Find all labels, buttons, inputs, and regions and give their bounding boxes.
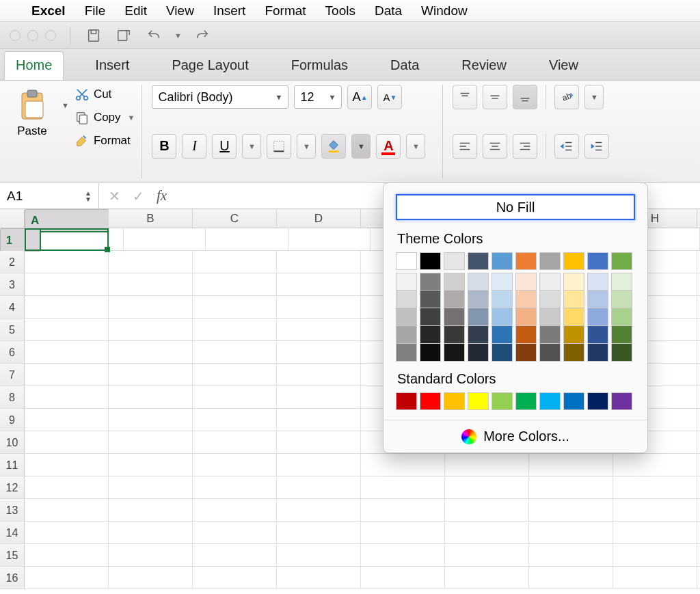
cell[interactable] (613, 544, 697, 566)
column-header[interactable]: D (277, 209, 361, 228)
fx-icon[interactable]: fx (157, 187, 167, 204)
cell[interactable] (25, 341, 109, 363)
menu-data[interactable]: Data (375, 3, 402, 18)
color-swatch[interactable] (396, 326, 417, 344)
cell[interactable] (288, 228, 371, 250)
color-swatch[interactable] (587, 291, 608, 308)
fill-color-button[interactable] (321, 134, 346, 159)
color-swatch[interactable] (396, 291, 417, 308)
cell[interactable] (109, 386, 193, 408)
cell[interactable] (193, 296, 277, 318)
cell[interactable] (613, 476, 697, 498)
cell[interactable] (109, 544, 193, 566)
color-swatch[interactable] (515, 291, 537, 308)
cell[interactable] (25, 567, 109, 589)
select-all-corner[interactable] (0, 209, 25, 228)
cell[interactable] (109, 364, 193, 386)
cell[interactable] (193, 341, 277, 363)
cell[interactable] (109, 319, 193, 340)
cell[interactable] (193, 251, 277, 273)
cell[interactable] (109, 409, 193, 431)
cell[interactable] (193, 544, 277, 566)
cell[interactable] (41, 228, 124, 250)
cell[interactable] (109, 476, 193, 498)
cell[interactable] (109, 431, 193, 453)
cell[interactable] (529, 454, 613, 476)
cell[interactable] (277, 544, 361, 566)
align-middle-button[interactable] (483, 85, 507, 109)
cell[interactable] (277, 364, 361, 386)
color-swatch[interactable] (563, 326, 584, 344)
cell[interactable] (25, 544, 109, 566)
italic-button[interactable]: I (182, 134, 206, 159)
cell[interactable] (109, 273, 193, 295)
color-swatch[interactable] (468, 392, 489, 410)
color-swatch[interactable] (492, 392, 513, 410)
cell[interactable] (613, 522, 697, 543)
color-swatch[interactable] (468, 273, 489, 291)
row-header[interactable]: 10 (0, 431, 25, 453)
color-swatch[interactable] (396, 392, 417, 410)
cell[interactable] (193, 499, 277, 521)
align-center-button[interactable] (483, 134, 507, 159)
tab-page-layout[interactable]: Page Layout (161, 52, 259, 80)
tab-home[interactable]: Home (4, 51, 64, 80)
cell[interactable] (193, 522, 277, 543)
undo-dropdown-icon[interactable]: ▼ (174, 31, 182, 40)
color-swatch[interactable] (492, 252, 513, 270)
cell[interactable] (25, 386, 109, 408)
enter-icon[interactable]: ✓ (133, 188, 144, 204)
tab-insert[interactable]: Insert (84, 52, 140, 80)
paste-button[interactable]: Paste (8, 85, 56, 153)
color-swatch[interactable] (468, 326, 489, 344)
cell[interactable] (277, 273, 361, 295)
underline-button[interactable]: U (212, 134, 237, 159)
row-header[interactable]: 11 (0, 454, 25, 476)
cell[interactable] (25, 476, 109, 498)
cell[interactable] (193, 431, 277, 453)
menu-tools[interactable]: Tools (325, 3, 355, 18)
cell[interactable] (25, 431, 109, 453)
color-swatch[interactable] (444, 252, 465, 270)
cell[interactable] (109, 296, 193, 318)
cell[interactable] (529, 499, 613, 521)
save-icon[interactable] (84, 26, 103, 45)
cell[interactable] (109, 251, 193, 273)
cell[interactable] (445, 454, 529, 476)
cell[interactable] (124, 228, 206, 250)
color-swatch[interactable] (587, 273, 608, 291)
row-header[interactable]: 8 (0, 386, 25, 408)
redo-icon[interactable] (193, 26, 212, 45)
cell[interactable] (25, 319, 109, 340)
color-swatch[interactable] (587, 344, 608, 362)
color-swatch[interactable] (611, 291, 632, 308)
cell[interactable] (277, 296, 361, 318)
cell[interactable] (193, 273, 277, 295)
color-swatch[interactable] (539, 326, 561, 344)
row-header[interactable]: 9 (0, 409, 25, 431)
color-swatch[interactable] (420, 392, 441, 410)
row-header[interactable]: 12 (0, 476, 25, 498)
tab-data[interactable]: Data (379, 52, 430, 80)
font-size-select[interactable]: 12▼ (294, 85, 342, 109)
color-swatch[interactable] (420, 326, 441, 344)
cell[interactable] (277, 341, 361, 363)
color-swatch[interactable] (563, 392, 584, 410)
paste-dropdown-icon[interactable]: ▼ (62, 85, 69, 109)
cell[interactable] (25, 364, 109, 386)
orientation-dropdown[interactable]: ▼ (584, 85, 604, 109)
color-swatch[interactable] (587, 252, 608, 270)
color-swatch[interactable] (492, 326, 513, 344)
color-swatch[interactable] (563, 308, 584, 326)
cell[interactable] (277, 409, 361, 431)
app-name[interactable]: Excel (31, 3, 66, 18)
color-swatch[interactable] (444, 273, 465, 291)
font-color-button[interactable]: A (376, 134, 401, 159)
cell[interactable] (613, 454, 697, 476)
more-colors-button[interactable]: More Colors... (383, 420, 647, 453)
name-box-stepper[interactable]: ▲▼ (85, 190, 92, 202)
color-swatch[interactable] (420, 308, 441, 326)
decrease-font-button[interactable]: A▼ (377, 85, 402, 109)
cut-button[interactable]: Cut (75, 85, 135, 104)
cell[interactable] (193, 409, 277, 431)
